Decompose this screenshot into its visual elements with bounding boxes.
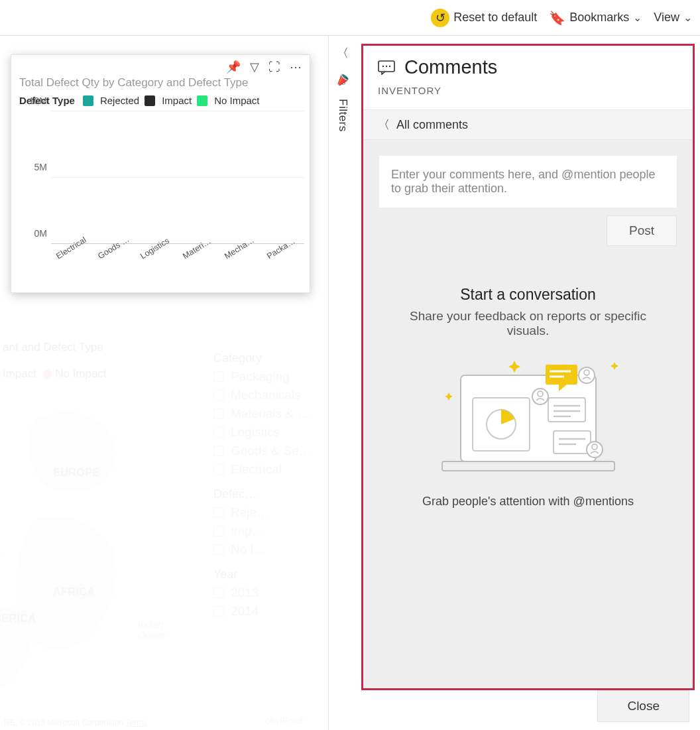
comments-icon (378, 60, 395, 75)
chart-plot-area: 0M 5M 10M (51, 111, 304, 244)
start-conversation-desc: Share your feedback on reports or specif… (402, 309, 654, 338)
start-conversation-title: Start a conversation (460, 286, 596, 304)
slicer-item[interactable]: Reje… (213, 505, 324, 520)
chart-title: Total Defect Qty by Category and Defect … (11, 76, 310, 90)
chevron-left-icon: 〈 (378, 117, 390, 133)
svg-rect-8 (546, 365, 577, 385)
y-tick: 10M (29, 95, 47, 106)
filter-icon[interactable]: ▽ (250, 60, 259, 74)
reset-label: Reset to default (453, 11, 537, 25)
slicer-title: Defec… (213, 487, 324, 501)
slicer-item-label: Electrical (231, 462, 282, 477)
top-toolbar: ↺ Reset to default 🔖 Bookmarks ⌄ View ⌄ (0, 0, 700, 36)
mentions-tip: Grab people's attention with @mentions (422, 495, 634, 509)
terms-link[interactable]: Terms (125, 718, 147, 727)
map-label: H AMERICA (0, 613, 36, 625)
all-comments-button[interactable]: 〈 All comments (363, 109, 693, 140)
conversation-illustration (429, 355, 628, 481)
legend-swatch-rejected (83, 95, 93, 106)
legend-swatch-impact (145, 95, 155, 106)
slicer-item-label: 2013 (231, 585, 259, 600)
checkbox-icon (213, 446, 224, 456)
slicer-item-label: Logistics (231, 425, 280, 440)
announce-icon[interactable]: 📣 (333, 70, 352, 90)
checkbox-icon (213, 606, 224, 617)
slicer-item-label: 2014 (231, 604, 259, 619)
bookmarks-menu[interactable]: 🔖 Bookmarks ⌄ (549, 10, 642, 26)
collapse-chevron-icon[interactable]: 〈 (337, 45, 349, 61)
view-menu[interactable]: View ⌄ (654, 11, 692, 25)
focus-mode-icon[interactable]: ⛶ (268, 60, 280, 74)
slicer-item-label: Mechanicals (231, 388, 301, 402)
svg-rect-4 (442, 461, 614, 471)
map-label: Indian Ocean (138, 619, 165, 640)
comment-input[interactable]: Enter your comments here, and @mention p… (379, 156, 677, 208)
bg-text: No Impact (55, 367, 106, 380)
legend-label: Impact (162, 95, 192, 106)
map-label: tlantic Ocean (0, 538, 1, 560)
filters-rail-label[interactable]: Filters (336, 99, 349, 132)
slicer-item[interactable]: Goods & Se… (213, 444, 324, 458)
slicer-item-label: No I… (231, 542, 266, 557)
obvience-label: obviEnce (265, 715, 304, 726)
filters-rail: 〈 📣 Filters (328, 36, 356, 730)
chevron-down-icon: ⌄ (683, 11, 692, 24)
svg-rect-19 (554, 431, 591, 454)
slicer-item[interactable]: No I… (213, 542, 324, 557)
legend-label: No Impact (214, 95, 259, 106)
pin-icon[interactable]: 📌 (226, 60, 241, 74)
y-tick: 5M (34, 162, 47, 172)
bg-text: Impact (3, 367, 36, 380)
legend-label: Rejected (100, 95, 139, 106)
more-options-icon[interactable]: ⋯ (290, 60, 302, 74)
checkbox-icon (213, 371, 224, 382)
slicer-item-label: Goods & Se… (231, 444, 311, 458)
bookmark-icon: 🔖 (549, 10, 565, 26)
slicer-item[interactable]: Materials & … (213, 406, 324, 421)
slicer-item[interactable]: Packaging (213, 369, 324, 384)
checkbox-icon (213, 544, 224, 555)
slicer-item-label: Reje… (231, 505, 269, 520)
reset-icon: ↺ (431, 9, 449, 27)
slicer-item-label: Materials & … (231, 406, 310, 421)
map-label: EUROPE (53, 467, 100, 479)
checkbox-icon (213, 408, 224, 419)
map-label: AFRICA (53, 586, 95, 598)
checkbox-icon (213, 390, 224, 400)
slicer-item[interactable]: 2013 (213, 585, 324, 600)
chart-visual[interactable]: 📌 ▽ ⛶ ⋯ Total Defect Qty by Category and… (11, 54, 310, 293)
checkbox-icon (213, 587, 224, 598)
all-comments-label: All comments (396, 118, 468, 132)
background-faded-content: ant and Defect Type Impact No Impact EUR… (0, 341, 328, 730)
reset-to-default-button[interactable]: ↺ Reset to default (431, 9, 537, 27)
slicer-item[interactable]: Logistics (213, 425, 324, 440)
slicer-item[interactable]: Mechanicals (213, 388, 324, 402)
map-visual: EUROPE AFRICA H AMERICA tlantic Ocean In… (0, 394, 199, 730)
view-label: View (654, 11, 679, 25)
chevron-down-icon: ⌄ (633, 11, 642, 24)
checkbox-icon (213, 427, 224, 438)
legend-swatch-no-impact (197, 95, 207, 106)
post-button[interactable]: Post (607, 215, 677, 246)
svg-point-2 (386, 65, 387, 66)
close-button[interactable]: Close (597, 690, 689, 722)
checkbox-icon (213, 526, 224, 536)
svg-point-1 (382, 65, 384, 66)
comments-panel: Comments INVENTORY 〈 All comments Enter … (361, 44, 695, 690)
dot-icon (42, 370, 52, 379)
slicer-title: Category (213, 351, 324, 365)
visual-header-toolbar: 📌 ▽ ⛶ ⋯ (11, 55, 310, 79)
report-canvas: 📌 ▽ ⛶ ⋯ Total Defect Qty by Category and… (0, 36, 328, 730)
bg-text: ant and Defect Type (3, 341, 103, 353)
slicer-item-label: Packaging (231, 369, 290, 384)
comments-title: Comments (404, 56, 497, 78)
chart-legend: Defect Type Rejected Impact No Impact (11, 90, 310, 107)
map-attribution: RE, © 2019 Microsoft Corporation Terms (4, 718, 147, 727)
slicer-item[interactable]: Electrical (213, 462, 324, 477)
slicer-item[interactable]: 2014 (213, 604, 324, 619)
slicer-item[interactable]: Imp… (213, 524, 324, 538)
slicer-title: Year (213, 568, 324, 581)
checkbox-icon (213, 464, 224, 475)
svg-rect-13 (548, 398, 585, 422)
bookmarks-label: Bookmarks (569, 11, 629, 25)
